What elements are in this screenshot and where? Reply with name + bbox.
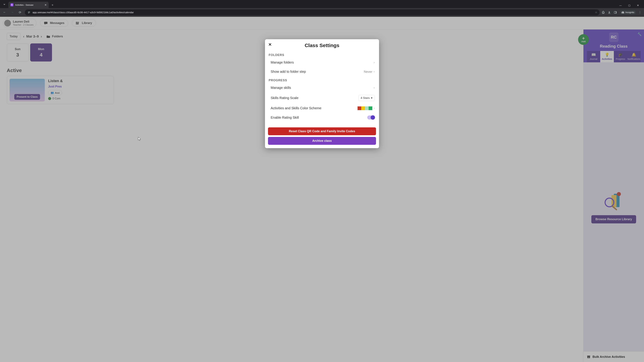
chevron-right-icon: › bbox=[374, 61, 375, 64]
side-panel-icon[interactable] bbox=[614, 11, 617, 14]
incognito-chip[interactable]: Incognito bbox=[620, 10, 636, 14]
color-swatch-red bbox=[358, 106, 361, 110]
close-window-button[interactable]: ✕ bbox=[636, 4, 640, 7]
site-info-icon[interactable] bbox=[27, 10, 31, 14]
show-add-folder-value: Never bbox=[364, 70, 372, 73]
show-add-folder-row[interactable]: Show add to folder step Never › bbox=[268, 67, 376, 76]
browser-toolbar: ← → ⟳ app.seesaw.me/#/class/class.c30aac… bbox=[0, 8, 644, 17]
rating-scale-value: 4 Stars bbox=[360, 96, 370, 100]
modal-title: Class Settings bbox=[269, 42, 375, 48]
chevron-right-icon: › bbox=[374, 70, 375, 73]
manage-folders-row[interactable]: Manage folders › bbox=[268, 58, 376, 67]
back-button[interactable]: ← bbox=[2, 9, 8, 15]
minimize-button[interactable]: — bbox=[618, 4, 623, 7]
toggle-knob bbox=[371, 115, 375, 120]
browser-menu-button[interactable]: ⋮ bbox=[639, 11, 641, 14]
folders-section-header: FOLDERS bbox=[269, 53, 376, 57]
incognito-icon bbox=[621, 11, 624, 13]
seesaw-favicon: S bbox=[10, 3, 14, 6]
reload-button[interactable]: ⟳ bbox=[17, 9, 23, 15]
new-tab-button[interactable]: ＋ bbox=[50, 2, 55, 7]
window-controls: — ▢ ✕ bbox=[618, 4, 643, 8]
browser-tab-strip: S Activities - Seesaw ✕ ＋ — ▢ ✕ bbox=[0, 0, 644, 8]
reset-codes-button[interactable]: Reset Class QR Code and Family Invite Co… bbox=[268, 127, 376, 135]
manage-skills-row[interactable]: Manage skills › bbox=[268, 83, 376, 92]
svg-rect-2 bbox=[28, 13, 29, 13]
close-tab-button[interactable]: ✕ bbox=[44, 3, 46, 6]
svg-rect-4 bbox=[616, 11, 616, 13]
address-bar[interactable]: app.seesaw.me/#/class/class.c30aacd0-6c0… bbox=[25, 9, 600, 15]
enable-rating-label: Enable Rating Skill bbox=[271, 116, 299, 119]
progress-section-header: PROGRESS bbox=[269, 79, 376, 82]
incognito-label: Incognito bbox=[626, 11, 634, 13]
color-scheme-label: Activities and Skills Color Scheme bbox=[271, 106, 321, 110]
downloads-icon[interactable] bbox=[608, 11, 611, 14]
browser-tab[interactable]: S Activities - Seesaw ✕ bbox=[8, 2, 49, 8]
extensions-icon[interactable] bbox=[602, 11, 605, 14]
chevron-right-icon: › bbox=[374, 86, 375, 89]
show-add-folder-label: Show add to folder step bbox=[271, 70, 306, 73]
url-text: app.seesaw.me/#/class/class.c30aacd0-6c0… bbox=[32, 11, 593, 14]
close-modal-button[interactable]: ✕ bbox=[268, 42, 272, 47]
caret-down-icon: ▾ bbox=[371, 96, 372, 100]
modal-scroll-area[interactable]: FOLDERS Manage folders › Show add to fol… bbox=[265, 50, 379, 126]
forward-button[interactable]: → bbox=[10, 9, 15, 15]
rating-scale-dropdown[interactable]: 4 Stars ▾ bbox=[358, 95, 375, 101]
svg-rect-1 bbox=[28, 12, 30, 12]
color-scheme-row[interactable]: Activities and Skills Color Scheme › bbox=[268, 104, 376, 113]
color-swatches bbox=[358, 106, 372, 110]
class-settings-modal: ✕ Class Settings FOLDERS Manage folders … bbox=[265, 39, 379, 148]
manage-skills-label: Manage skills bbox=[271, 86, 291, 90]
tab-search-button[interactable] bbox=[1, 1, 8, 7]
enable-rating-row: Enable Rating Skill bbox=[268, 113, 376, 122]
color-swatch-green bbox=[368, 106, 372, 110]
bookmark-star-icon[interactable]: ☆ bbox=[595, 11, 597, 14]
rating-scale-label: Skills Rating Scale bbox=[271, 96, 298, 100]
maximize-button[interactable]: ▢ bbox=[627, 4, 632, 7]
svg-rect-0 bbox=[28, 11, 30, 12]
rating-scale-row: Skills Rating Scale 4 Stars ▾ bbox=[268, 92, 376, 104]
tab-title: Activities - Seesaw bbox=[15, 4, 43, 6]
enable-rating-toggle[interactable] bbox=[367, 115, 375, 119]
chevron-right-icon: › bbox=[374, 106, 375, 110]
color-swatch-lightgreen bbox=[365, 106, 368, 110]
manage-folders-label: Manage folders bbox=[271, 60, 294, 64]
archive-class-button[interactable]: Archive class bbox=[268, 137, 376, 145]
color-swatch-yellow bbox=[361, 106, 365, 110]
